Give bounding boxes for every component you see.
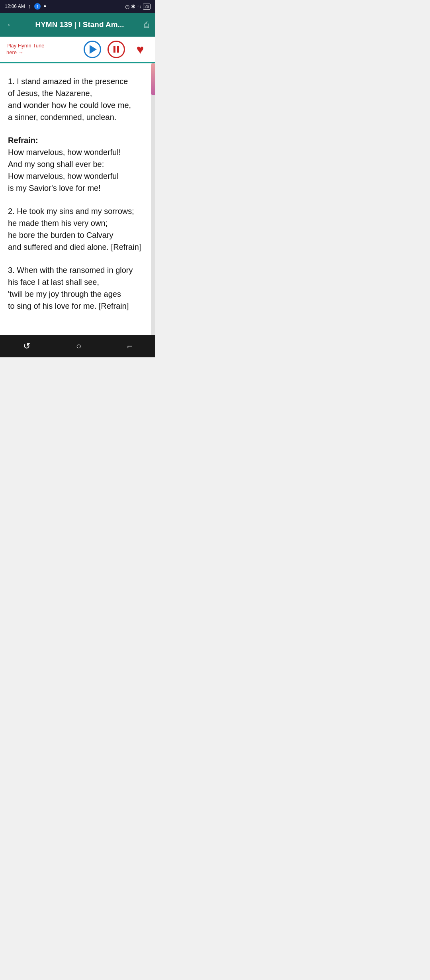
play-icon xyxy=(90,45,97,54)
page-title: HYMN 139 | I Stand Am... xyxy=(18,20,141,29)
alarm-icon: ◷ xyxy=(125,4,129,10)
play-text-line1: Play Hymn Tune xyxy=(6,43,44,49)
time-display: 12:06 AM xyxy=(5,4,25,9)
nav-recent-button[interactable]: ⌐ xyxy=(127,341,133,351)
signal-icon: ↑↓ xyxy=(137,4,141,9)
favorite-button[interactable]: ♥ xyxy=(131,41,149,58)
refrain-text: How marvelous, how wonderful! And my son… xyxy=(8,146,146,194)
play-text-line2: here → xyxy=(6,49,23,56)
refrain-label: Refrain: xyxy=(8,134,146,146)
verse-3: 3. When with the ransomed in glory his f… xyxy=(8,264,146,312)
scrollbar-thumb[interactable] xyxy=(151,63,155,95)
status-bar: 12:06 AM ↑ f • ◷ ✱ ↑↓ 26 xyxy=(0,0,155,13)
nav-bar: ↺ ○ ⌐ xyxy=(0,335,155,357)
pause-button[interactable] xyxy=(108,41,125,58)
hymn-content: 1. I stand amazed in the presence of Jes… xyxy=(0,63,155,335)
content-wrapper: 1. I stand amazed in the presence of Jes… xyxy=(0,63,155,335)
pause-bar-right xyxy=(117,46,119,53)
heart-icon: ♥ xyxy=(137,42,144,57)
play-button[interactable] xyxy=(84,41,101,58)
nav-home-button[interactable]: ○ xyxy=(76,341,81,351)
dot-icon: • xyxy=(44,2,46,11)
bluetooth-icon: ✱ xyxy=(131,4,135,10)
nav-back-button[interactable]: ↺ xyxy=(23,341,30,351)
status-right: ◷ ✱ ↑↓ 26 xyxy=(125,4,150,10)
verse-1-text: 1. I stand amazed in the presence of Jes… xyxy=(8,75,146,123)
pause-bar-left xyxy=(113,46,115,53)
verse-2-text: 2. He took my sins and my sorrows; he ma… xyxy=(8,205,146,253)
verse-2: 2. He took my sins and my sorrows; he ma… xyxy=(8,205,146,253)
upload-icon: ↑ xyxy=(28,3,31,10)
verse-1: 1. I stand amazed in the presence of Jes… xyxy=(8,75,146,123)
app-header: ← HYMN 139 | I Stand Am... ⎙ xyxy=(0,13,155,37)
refrain: Refrain: How marvelous, how wonderful! A… xyxy=(8,134,146,194)
play-hymn-text: Play Hymn Tune here → xyxy=(6,43,79,56)
battery-level: 26 xyxy=(145,4,149,9)
verse-3-text: 3. When with the ransomed in glory his f… xyxy=(8,264,146,312)
back-button[interactable]: ← xyxy=(6,20,15,30)
battery-container: 26 xyxy=(143,4,150,10)
status-left: 12:06 AM ↑ f • xyxy=(5,2,46,11)
controls-bar: Play Hymn Tune here → ♥ xyxy=(0,37,155,63)
control-buttons: ♥ xyxy=(84,41,149,58)
share-button[interactable]: ⎙ xyxy=(144,20,149,29)
facebook-icon: f xyxy=(34,3,41,10)
scrollbar[interactable] xyxy=(151,63,155,335)
